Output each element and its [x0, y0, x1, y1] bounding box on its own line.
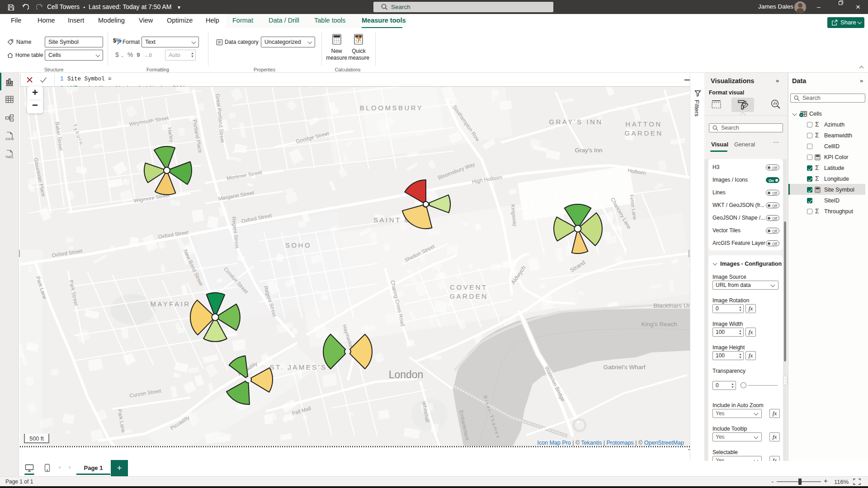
- svg-text:GARDEN: GARDEN: [449, 292, 488, 300]
- svg-text:MAYFAIR: MAYFAIR: [150, 300, 190, 308]
- svg-text:London: London: [389, 369, 424, 380]
- svg-text:Gray's Inn: Gray's Inn: [575, 147, 602, 154]
- svg-text:Icon Map Pro | © Tekantis | Pr: Icon Map Pro | © Tekantis | Protomaps | …: [537, 440, 684, 446]
- svg-text:COVENT: COVENT: [450, 283, 488, 291]
- svg-text:GRAY'S INN: GRAY'S INN: [549, 118, 603, 126]
- svg-text:TMDL: TMDL: [5, 155, 14, 159]
- svg-text:BLOOMSBURY: BLOOMSBURY: [360, 104, 424, 112]
- svg-text:500 ft: 500 ft: [29, 436, 44, 442]
- svg-text:Gabriel’s Wharf: Gabriel’s Wharf: [604, 364, 646, 371]
- svg-text:HATTON: HATTON: [625, 120, 662, 128]
- svg-text:SOHO: SOHO: [285, 241, 311, 249]
- svg-text:DAX: DAX: [5, 137, 12, 141]
- svg-text:ST. JAMES'S: ST. JAMES'S: [269, 363, 327, 371]
- svg-text:GARDEN: GARDEN: [624, 129, 663, 137]
- svg-text:King's Reach: King's Reach: [641, 321, 677, 328]
- svg-text:Blackfriars Und: Blackfriars Und: [653, 302, 690, 309]
